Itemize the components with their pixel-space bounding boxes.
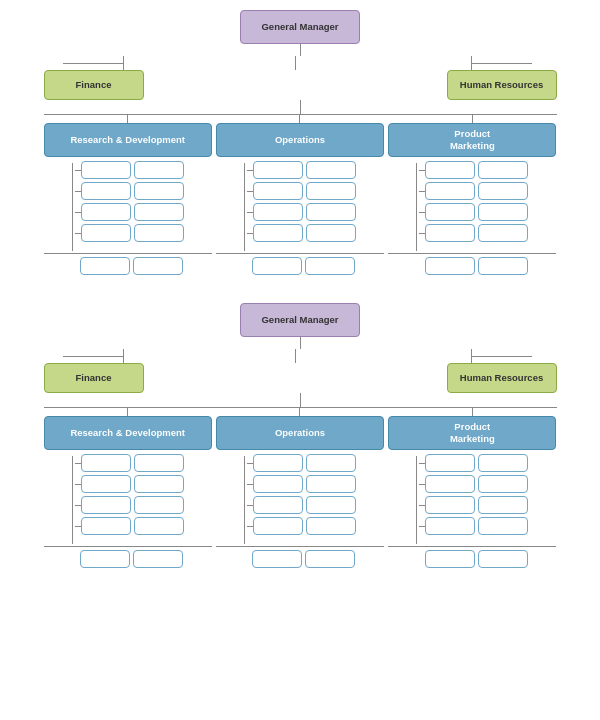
org-chart-2: General Manager Finance	[15, 303, 585, 568]
ops-sub-2-1	[253, 182, 303, 200]
gm-node-2: General Manager	[240, 303, 360, 337]
finance-col-1: Finance	[44, 56, 144, 100]
ops-sub-1-1	[253, 161, 303, 179]
page: General Manager Finance	[0, 0, 600, 578]
rd-sub-3-2	[134, 203, 184, 221]
ops-sub-4-2	[306, 224, 356, 242]
fin-hr-row-2: Finance Human Resources	[44, 349, 557, 393]
hr-node-2: Human Resources	[447, 363, 557, 393]
rd-sub-4-1	[81, 224, 131, 242]
pm-sub-4-2	[478, 224, 528, 242]
pm-dept-2: Product Marketing	[388, 408, 556, 568]
finance-col-2: Finance	[44, 349, 144, 393]
rd-node-2: Research & Development	[44, 416, 212, 450]
rd2-sub-5-1	[80, 550, 130, 568]
rd2-sub-1-2	[134, 454, 184, 472]
ops2-sub-2-1	[253, 475, 303, 493]
pm-sub-4-1	[425, 224, 475, 242]
rd-sub-1-1	[81, 161, 131, 179]
ops2-sub-1-1	[253, 454, 303, 472]
v-connector-gm-2	[300, 337, 301, 349]
pm-sub-3-2	[478, 203, 528, 221]
hr-col-1: Human Resources	[447, 56, 557, 100]
rd-sub-4-2	[134, 224, 184, 242]
ops-dept-2: Operations	[216, 408, 384, 568]
gm-node-1: General Manager	[240, 10, 360, 44]
pm2-sub-5-2	[478, 550, 528, 568]
ops-sub-3-2	[306, 203, 356, 221]
ops-node-1: Operations	[216, 123, 384, 157]
rd2-sub-3-2	[134, 496, 184, 514]
pm-sub-1-1	[425, 161, 475, 179]
pm2-sub-1-2	[478, 454, 528, 472]
pm-sub-3-1	[425, 203, 475, 221]
rd-sub-3-1	[81, 203, 131, 221]
ops-sub-1-2	[306, 161, 356, 179]
pm2-sub-2-2	[478, 475, 528, 493]
ops2-sub-5-1	[252, 550, 302, 568]
org-chart-1: General Manager Finance	[15, 10, 585, 275]
pm2-sub-4-2	[478, 517, 528, 535]
pm-node-1: Product Marketing	[388, 123, 556, 157]
rd2-sub-5-2	[133, 550, 183, 568]
rd2-sub-3-1	[81, 496, 131, 514]
ops-node-2: Operations	[216, 416, 384, 450]
center-vc-2	[295, 349, 296, 363]
ops-sub-2-2	[306, 182, 356, 200]
pm-sub-5-1	[425, 257, 475, 275]
hr-node-1: Human Resources	[447, 70, 557, 100]
ops2-sub-2-2	[306, 475, 356, 493]
pm-sub-5-2	[478, 257, 528, 275]
rd2-sub-1-1	[81, 454, 131, 472]
depts-row-2: Research & Development	[44, 408, 557, 568]
rd-dept-1: Research & Development	[44, 115, 212, 275]
finance-node-2: Finance	[44, 363, 144, 393]
pm-sub-2-2	[478, 182, 528, 200]
center-vc-1	[295, 56, 296, 70]
ops2-sub-4-1	[253, 517, 303, 535]
pm2-sub-2-1	[425, 475, 475, 493]
pm-node-2: Product Marketing	[388, 416, 556, 450]
ops2-sub-5-2	[305, 550, 355, 568]
fin-hr-row-1: Finance Human Resources	[44, 56, 557, 100]
gm-level-2: General Manager	[15, 303, 585, 337]
pm2-sub-1-1	[425, 454, 475, 472]
finance-node-1: Finance	[44, 70, 144, 100]
pm-sub-1-2	[478, 161, 528, 179]
v-to-depts-1	[300, 100, 301, 114]
ops2-sub-1-2	[306, 454, 356, 472]
hr-col-2: Human Resources	[447, 349, 557, 393]
ops2-sub-4-2	[306, 517, 356, 535]
pm-sub-2-1	[425, 182, 475, 200]
rd2-sub-2-1	[81, 475, 131, 493]
rd2-sub-4-2	[134, 517, 184, 535]
rd-sub-5-1	[80, 257, 130, 275]
rd2-sub-4-1	[81, 517, 131, 535]
depts-row-1: Research & Development	[44, 115, 557, 275]
ops-sub-4-1	[253, 224, 303, 242]
rd-dept-2: Research & Development	[44, 408, 212, 568]
pm2-sub-5-1	[425, 550, 475, 568]
rd-sub-1-2	[134, 161, 184, 179]
pm2-sub-3-1	[425, 496, 475, 514]
rd2-sub-2-2	[134, 475, 184, 493]
ops-sub-5-2	[305, 257, 355, 275]
pm-dept-1: Product Marketing	[388, 115, 556, 275]
ops2-sub-3-1	[253, 496, 303, 514]
rd-node-1: Research & Development	[44, 123, 212, 157]
ops-dept-1: Operations	[216, 115, 384, 275]
ops-sub-3-1	[253, 203, 303, 221]
pm2-sub-3-2	[478, 496, 528, 514]
v-to-depts-2	[300, 393, 301, 407]
rd-sub-5-2	[133, 257, 183, 275]
rd-sub-2-2	[134, 182, 184, 200]
pm2-sub-4-1	[425, 517, 475, 535]
rd-sub-2-1	[81, 182, 131, 200]
ops2-sub-3-2	[306, 496, 356, 514]
gm-level-1: General Manager	[15, 10, 585, 44]
v-connector-gm-1	[300, 44, 301, 56]
ops-sub-5-1	[252, 257, 302, 275]
